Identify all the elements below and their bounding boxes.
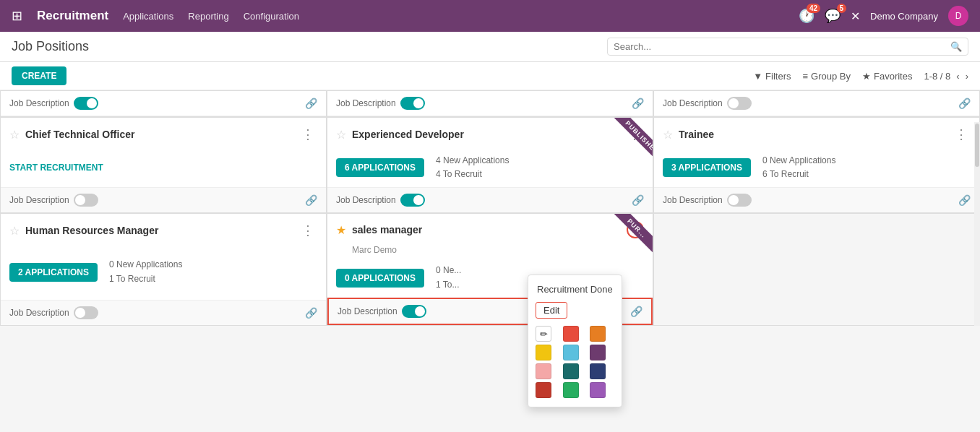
link-icon-expdev[interactable]: 🔗 (632, 194, 644, 206)
footer-hrm-label: Job Description (9, 308, 69, 318)
favorites-button[interactable]: ★ Favorites (862, 71, 912, 82)
filters-label: Filters (765, 71, 791, 82)
toggle-expdev[interactable]: Job Description (336, 194, 425, 207)
create-button[interactable]: CREATE (12, 66, 66, 85)
context-menu-title: Recruitment Done (528, 280, 622, 299)
toggle-switch-trainee[interactable] (727, 194, 752, 207)
link-icon-cto[interactable]: 🔗 (305, 194, 317, 206)
star-expdev[interactable]: ☆ (336, 128, 346, 142)
trainee-new-apps: 0 New Applications (762, 154, 835, 168)
card-experienced-developer: PUBLISHED ☆ Experienced Developer ⋮ 6 AP… (327, 117, 653, 213)
toggle-switch-3[interactable] (727, 97, 752, 110)
nav-configuration[interactable]: Configuration (244, 11, 299, 22)
grid-wrapper: Job Description 🔗 Job Description (0, 90, 980, 326)
link-icon-sales[interactable]: 🔗 (630, 306, 642, 317)
card-empty (653, 213, 980, 325)
hrm-new-apps: 0 New Applications (109, 258, 182, 272)
toggle-switch-sales[interactable] (402, 305, 426, 318)
applications-btn-trainee[interactable]: 3 APPLICATIONS (663, 158, 751, 177)
footer-label-1: Job Description (9, 98, 69, 108)
sales-new-apps: 0 Ne... (436, 264, 461, 277)
toggle-switch-cto[interactable] (74, 194, 98, 207)
toggle-knob-trainee (728, 195, 739, 205)
more-cto-icon[interactable]: ⋮ (298, 125, 317, 144)
topnav-right: 🕐 42 💬 5 ✕ Demo Company D (799, 6, 968, 26)
clock-icon[interactable]: 🕐 42 (799, 8, 814, 24)
context-menu-edit[interactable]: Edit (536, 302, 567, 319)
next-page-icon[interactable]: › (966, 71, 968, 82)
message-badge-count: 5 (837, 4, 847, 13)
star-sales[interactable]: ★ (336, 223, 346, 237)
card-3-footer: Job Description 🔗 (654, 91, 979, 116)
star-cto[interactable]: ☆ (9, 128, 20, 142)
toggle-knob-1 (87, 98, 97, 108)
link-icon-3[interactable]: 🔗 (958, 98, 971, 109)
toggle-switch-hrm[interactable] (74, 306, 98, 319)
page-title: Job Positions (12, 39, 89, 54)
hrm-stats: 0 New Applications 1 To Recruit (109, 258, 182, 285)
message-icon[interactable]: 💬 5 (825, 8, 841, 24)
toggle-knob-hrm (75, 308, 85, 318)
link-icon-hrm[interactable]: 🔗 (305, 307, 317, 319)
toggle-switch-2[interactable] (400, 97, 425, 110)
footer-label-3: Job Description (663, 98, 723, 108)
footer-cto-label: Job Description (9, 195, 69, 205)
card-2-footer: Job Description 🔗 (327, 91, 653, 116)
more-hrm-icon[interactable]: ⋮ (298, 221, 317, 240)
main-content: Job Description 🔗 Job Description (0, 90, 980, 326)
toggle-knob-sales (415, 306, 425, 316)
card-cto-header: ☆ Chief Technical Officer ⋮ (1, 118, 326, 148)
trainee-stats: 0 New Applications 6 To Recruit (762, 154, 835, 181)
subheader: Job Positions 🔍 (0, 32, 980, 62)
published-ribbon: PUBLISHED (607, 118, 653, 162)
toggle-knob-3 (728, 98, 739, 108)
toggle-switch-expdev[interactable] (400, 194, 425, 207)
toggle-trainee[interactable]: Job Description (663, 194, 752, 207)
footer-trainee-label: Job Description (663, 195, 723, 205)
nav-reporting[interactable]: Reporting (188, 11, 228, 22)
card-trainee-body: 3 APPLICATIONS 0 New Applications 6 To R… (654, 148, 979, 187)
pagination-text: 1-8 / 8 (924, 71, 950, 82)
toggle-cto[interactable]: Job Description (9, 194, 98, 207)
toggle-switch-1[interactable] (74, 97, 98, 110)
job-desc-card-3: Job Description 🔗 (653, 90, 980, 117)
close-icon[interactable]: ✕ (851, 9, 860, 23)
nav-menu: Applications Reporting Configuration (123, 11, 784, 22)
groupby-icon: ≡ (802, 71, 808, 82)
app-grid-icon[interactable]: ⊞ (12, 8, 22, 24)
groupby-label: Group By (811, 71, 851, 82)
link-icon-1[interactable]: 🔗 (305, 98, 317, 109)
card-sales-subtitle: Marc Demo (352, 245, 397, 255)
toolbar: CREATE ▼ Filters ≡ Group By ★ Favorites … (0, 62, 980, 90)
link-icon-trainee[interactable]: 🔗 (958, 194, 971, 206)
link-icon-2[interactable]: 🔗 (632, 98, 644, 109)
groupby-button[interactable]: ≡ Group By (802, 71, 851, 82)
search-input[interactable] (614, 41, 950, 52)
trainee-to-recruit: 6 To Recruit (762, 168, 835, 181)
nav-applications[interactable]: Applications (123, 11, 173, 22)
card-hrm-header: ☆ Human Resources Manager ⋮ (1, 214, 326, 244)
user-avatar[interactable]: D (948, 6, 968, 26)
toggle-sales[interactable]: Job Description (338, 305, 426, 318)
prev-page-icon[interactable]: ‹ (956, 71, 959, 82)
card-cto-title: Chief Technical Officer (25, 129, 293, 140)
published-ribbon-container: PUBLISHED (595, 118, 653, 176)
applications-btn-expdev[interactable]: 6 APPLICATIONS (336, 158, 424, 177)
search-icon[interactable]: 🔍 (950, 41, 962, 52)
toggle-hrm[interactable]: Job Description (9, 306, 98, 319)
search-bar[interactable]: 🔍 (607, 38, 968, 56)
card-human-resources-manager: ☆ Human Resources Manager ⋮ 2 APPLICATIO… (0, 213, 327, 325)
start-recruitment-cto[interactable]: START RECRUITMENT (9, 158, 103, 177)
toggle-2[interactable]: Job Description (336, 97, 425, 110)
applications-btn-hrm[interactable]: 2 APPLICATIONS (9, 263, 98, 282)
applications-btn-sales[interactable]: 0 APPLICATIONS (336, 269, 424, 288)
toggle-1[interactable]: Job Description (9, 97, 98, 110)
star-hrm[interactable]: ☆ (9, 224, 20, 238)
star-trainee[interactable]: ☆ (663, 128, 673, 142)
card-cto-body: START RECRUITMENT (1, 148, 326, 187)
toggle-3[interactable]: Job Description (663, 97, 752, 110)
card-hrm-footer: Job Description 🔗 (1, 300, 326, 325)
more-trainee-icon[interactable]: ⋮ (952, 125, 971, 144)
scrollbar[interactable] (974, 122, 980, 326)
filters-button[interactable]: ▼ Filters (753, 71, 791, 82)
